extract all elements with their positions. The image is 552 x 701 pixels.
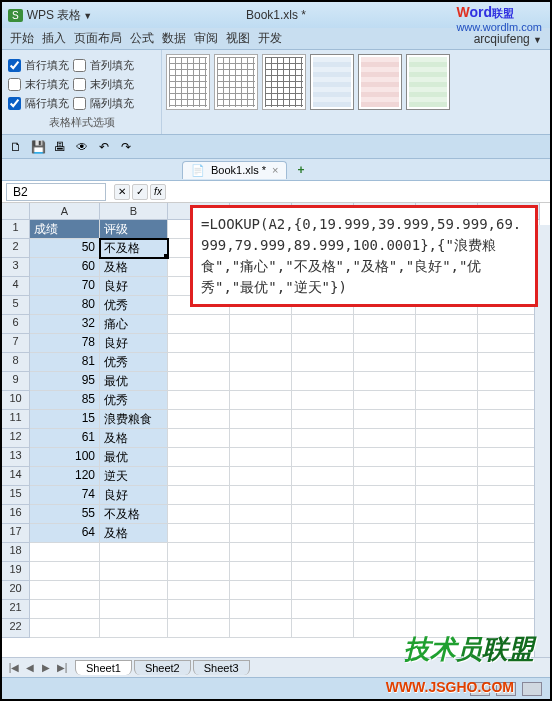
cell-E19[interactable] [292, 562, 354, 581]
new-icon[interactable]: 🗋 [8, 139, 24, 155]
cell-B4[interactable]: 良好 [100, 277, 168, 296]
cell-F19[interactable] [354, 562, 416, 581]
cell-A5[interactable]: 80 [30, 296, 100, 315]
cell-E10[interactable] [292, 391, 354, 410]
cell-C11[interactable] [168, 410, 230, 429]
cell-E17[interactable] [292, 524, 354, 543]
cell-A20[interactable] [30, 581, 100, 600]
cell-G9[interactable] [416, 372, 478, 391]
undo-icon[interactable]: ↶ [96, 139, 112, 155]
menu-data[interactable]: 数据 [162, 30, 186, 47]
cell-G10[interactable] [416, 391, 478, 410]
style-thumb-6[interactable] [406, 54, 450, 110]
cell-D20[interactable] [230, 581, 292, 600]
cell-E6[interactable] [292, 315, 354, 334]
menu-insert[interactable]: 插入 [42, 30, 66, 47]
menu-dev[interactable]: 开发 [258, 30, 282, 47]
cell-H20[interactable] [478, 581, 540, 600]
row-header-22[interactable]: 22 [2, 619, 30, 638]
cell-B12[interactable]: 及格 [100, 429, 168, 448]
cell-C13[interactable] [168, 448, 230, 467]
cell-A19[interactable] [30, 562, 100, 581]
cell-A11[interactable]: 15 [30, 410, 100, 429]
cell-G8[interactable] [416, 353, 478, 372]
cell-F7[interactable] [354, 334, 416, 353]
row-header-7[interactable]: 7 [2, 334, 30, 353]
cell-D22[interactable] [230, 619, 292, 638]
cell-G22[interactable] [416, 619, 478, 638]
cell-E9[interactable] [292, 372, 354, 391]
row-header-11[interactable]: 11 [2, 410, 30, 429]
sheet-nav-first[interactable]: |◀ [6, 662, 22, 673]
cell-D15[interactable] [230, 486, 292, 505]
row-header-20[interactable]: 20 [2, 581, 30, 600]
cell-A18[interactable] [30, 543, 100, 562]
cell-H13[interactable] [478, 448, 540, 467]
cell-A3[interactable]: 60 [30, 258, 100, 277]
cell-F10[interactable] [354, 391, 416, 410]
cell-E18[interactable] [292, 543, 354, 562]
cell-B22[interactable] [100, 619, 168, 638]
cell-G14[interactable] [416, 467, 478, 486]
row-header-3[interactable]: 3 [2, 258, 30, 277]
row-header-17[interactable]: 17 [2, 524, 30, 543]
save-icon[interactable]: 💾 [30, 139, 46, 155]
cell-G16[interactable] [416, 505, 478, 524]
chk-banded-row[interactable] [8, 97, 21, 110]
cell-D11[interactable] [230, 410, 292, 429]
cell-D16[interactable] [230, 505, 292, 524]
menu-layout[interactable]: 页面布局 [74, 30, 122, 47]
cell-C22[interactable] [168, 619, 230, 638]
cell-A17[interactable]: 64 [30, 524, 100, 543]
cell-B16[interactable]: 不及格 [100, 505, 168, 524]
cell-C21[interactable] [168, 600, 230, 619]
row-header-6[interactable]: 6 [2, 315, 30, 334]
user-menu[interactable]: arcqiufeng ▼ [474, 32, 542, 46]
cell-G12[interactable] [416, 429, 478, 448]
cell-C16[interactable] [168, 505, 230, 524]
cell-F6[interactable] [354, 315, 416, 334]
cell-G20[interactable] [416, 581, 478, 600]
cell-F11[interactable] [354, 410, 416, 429]
row-header-2[interactable]: 2 [2, 239, 30, 258]
cell-B17[interactable]: 及格 [100, 524, 168, 543]
cell-C10[interactable] [168, 391, 230, 410]
select-all-corner[interactable] [2, 203, 30, 220]
cell-A6[interactable]: 32 [30, 315, 100, 334]
cell-H22[interactable] [478, 619, 540, 638]
cell-F16[interactable] [354, 505, 416, 524]
cell-A7[interactable]: 78 [30, 334, 100, 353]
cell-B8[interactable]: 优秀 [100, 353, 168, 372]
cell-E16[interactable] [292, 505, 354, 524]
col-header-B[interactable]: B [100, 203, 168, 220]
print-icon[interactable]: 🖶 [52, 139, 68, 155]
cell-H12[interactable] [478, 429, 540, 448]
cell-B5[interactable]: 优秀 [100, 296, 168, 315]
cell-F8[interactable] [354, 353, 416, 372]
chk-first-row[interactable] [8, 59, 21, 72]
cell-G7[interactable] [416, 334, 478, 353]
cell-D19[interactable] [230, 562, 292, 581]
cell-H10[interactable] [478, 391, 540, 410]
cell-E20[interactable] [292, 581, 354, 600]
chk-banded-col[interactable] [73, 97, 86, 110]
cell-A8[interactable]: 81 [30, 353, 100, 372]
menu-review[interactable]: 审阅 [194, 30, 218, 47]
cell-G19[interactable] [416, 562, 478, 581]
cell-B3[interactable]: 及格 [100, 258, 168, 277]
preview-icon[interactable]: 👁 [74, 139, 90, 155]
cell-C20[interactable] [168, 581, 230, 600]
cell-C14[interactable] [168, 467, 230, 486]
cell-B2[interactable]: 不及格 [100, 239, 168, 258]
row-header-8[interactable]: 8 [2, 353, 30, 372]
cell-A14[interactable]: 120 [30, 467, 100, 486]
sheet-nav-last[interactable]: ▶| [54, 662, 70, 673]
cell-G15[interactable] [416, 486, 478, 505]
cell-A15[interactable]: 74 [30, 486, 100, 505]
cell-F18[interactable] [354, 543, 416, 562]
cell-H9[interactable] [478, 372, 540, 391]
redo-icon[interactable]: ↷ [118, 139, 134, 155]
cell-E21[interactable] [292, 600, 354, 619]
cell-C15[interactable] [168, 486, 230, 505]
cell-D8[interactable] [230, 353, 292, 372]
